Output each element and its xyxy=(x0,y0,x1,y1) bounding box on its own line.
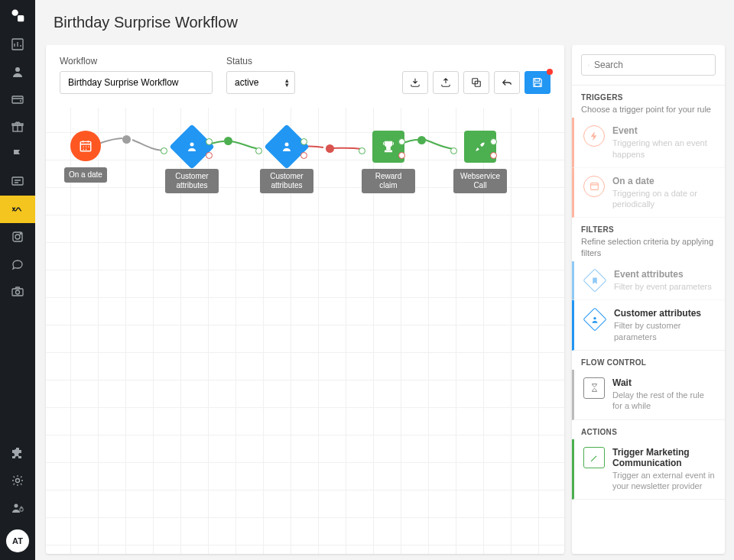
unsaved-indicator xyxy=(547,69,553,75)
edge-dot xyxy=(417,136,426,144)
status-select[interactable]: active xyxy=(226,71,295,94)
nav-chat[interactable] xyxy=(0,168,35,196)
nav-admin[interactable] xyxy=(0,494,35,522)
palette-card-event[interactable]: EventTriggering when an event happens xyxy=(572,118,725,168)
svg-point-13 xyxy=(15,504,18,508)
palette-card-customer-attributes[interactable]: Customer attributesFilter by customer pa… xyxy=(572,300,725,351)
calendar-icon xyxy=(583,176,605,197)
copy-button[interactable] xyxy=(463,71,489,94)
node-port-out-no[interactable] xyxy=(300,152,307,159)
page-title: Birthday Surprise Workflow xyxy=(35,0,734,45)
hourglass-icon xyxy=(583,377,605,399)
node-port-out-yes[interactable] xyxy=(490,138,497,145)
svg-point-8 xyxy=(15,235,20,239)
svg-point-11 xyxy=(16,290,20,294)
svg-point-24 xyxy=(588,64,589,65)
workflow-canvas[interactable]: On a date Customer attributes xyxy=(46,108,564,554)
wand-icon xyxy=(583,447,605,468)
nav-dashboard[interactable] xyxy=(0,31,35,58)
nav-plugins[interactable] xyxy=(0,439,35,467)
node-port-out-no[interactable] xyxy=(206,152,213,159)
nav-wallet[interactable] xyxy=(0,86,35,113)
section-actions: ACTIONS xyxy=(572,420,725,439)
node-port-out-yes[interactable] xyxy=(398,138,405,145)
palette-search[interactable] xyxy=(581,54,716,76)
svg-point-0 xyxy=(12,10,18,16)
section-triggers: TRIGGERS Choose a trigger point for your… xyxy=(572,86,725,118)
node-port-out-no[interactable] xyxy=(490,152,497,159)
svg-rect-1 xyxy=(18,15,24,21)
palette-card-wait[interactable]: WaitDelay the rest of the rule for a whi… xyxy=(572,370,725,420)
node-webservice-call[interactable]: Webservice Call xyxy=(453,131,507,193)
nav-flag[interactable] xyxy=(0,141,35,168)
svg-rect-23 xyxy=(385,151,392,152)
svg-point-26 xyxy=(593,317,596,319)
import-button[interactable] xyxy=(402,71,428,94)
workflow-name-label: Workflow xyxy=(60,56,213,66)
svg-point-12 xyxy=(16,479,20,483)
palette-card-marketing[interactable]: Trigger Marketing CommunicationTrigger a… xyxy=(572,439,725,500)
sidebar: AT xyxy=(0,0,35,560)
svg-rect-18 xyxy=(535,83,541,86)
palette-panel: TRIGGERS Choose a trigger point for your… xyxy=(572,45,725,554)
edge-dot xyxy=(224,137,232,145)
app-logo[interactable] xyxy=(0,0,35,31)
user-icon xyxy=(583,308,606,332)
save-button[interactable] xyxy=(525,71,550,94)
svg-rect-6 xyxy=(12,177,23,185)
svg-rect-14 xyxy=(20,508,23,511)
palette-card-on-a-date[interactable]: On a dateTriggering on a date or periodi… xyxy=(572,168,725,218)
edge-dot xyxy=(326,144,334,153)
nav-comments[interactable] xyxy=(0,251,35,278)
bolt-icon xyxy=(583,125,605,147)
node-port-out-no[interactable] xyxy=(398,152,405,159)
workflow-name-input[interactable] xyxy=(60,71,213,94)
user-avatar[interactable]: AT xyxy=(6,529,29,552)
svg-rect-17 xyxy=(535,79,540,82)
nav-workflows[interactable] xyxy=(0,196,35,223)
section-filters: FILTERS Refine selection criteria by app… xyxy=(572,218,725,261)
export-button[interactable] xyxy=(433,71,459,94)
svg-rect-25 xyxy=(590,183,598,190)
workflow-canvas-panel: Workflow Status active ▴▾ xyxy=(46,45,564,554)
node-reward-claim[interactable]: Reward claim xyxy=(362,131,415,193)
nav-users[interactable] xyxy=(0,58,35,86)
svg-point-3 xyxy=(15,67,20,72)
svg-point-20 xyxy=(190,143,194,147)
svg-rect-4 xyxy=(12,96,23,103)
palette-search-input[interactable] xyxy=(594,60,709,70)
node-on-a-date[interactable]: On a date xyxy=(64,131,107,183)
section-flow-control: FLOW CONTROL xyxy=(572,351,725,370)
search-icon xyxy=(588,60,589,70)
svg-point-9 xyxy=(20,233,21,235)
node-port-out-yes[interactable] xyxy=(300,138,307,145)
undo-button[interactable] xyxy=(494,71,520,94)
nav-camera[interactable] xyxy=(0,278,35,306)
nav-media[interactable] xyxy=(0,223,35,251)
bookmark-icon xyxy=(583,269,606,293)
nav-settings[interactable] xyxy=(0,467,35,494)
status-label: Status xyxy=(226,56,295,66)
palette-card-event-attributes[interactable]: Event attributesFilter by event paramete… xyxy=(572,261,725,300)
nav-rewards[interactable] xyxy=(0,113,35,141)
svg-point-21 xyxy=(285,143,289,147)
edge-dot xyxy=(122,135,131,144)
node-port-out-yes[interactable] xyxy=(206,138,213,145)
svg-rect-22 xyxy=(387,147,391,151)
